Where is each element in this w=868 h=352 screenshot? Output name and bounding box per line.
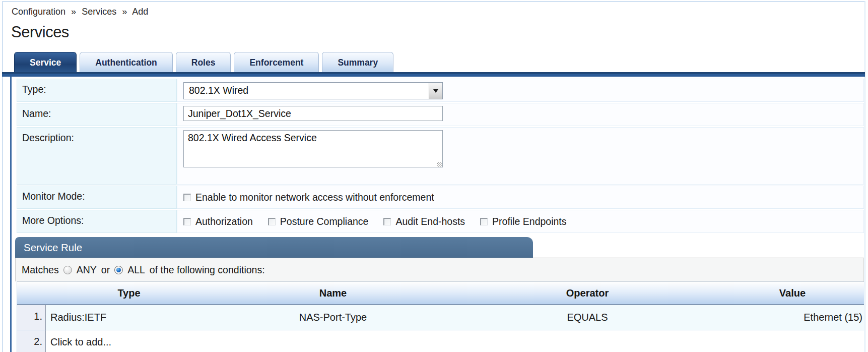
authorization-checkbox[interactable]	[183, 218, 191, 225]
service-rule-section-header: Service Rule	[15, 237, 533, 258]
breadcrumb-separator: »	[122, 7, 127, 17]
condition-name-cell[interactable]: NAS-Port-Type	[212, 312, 454, 323]
header-name: Name	[212, 287, 454, 299]
breadcrumb-configuration[interactable]: Configuration	[12, 7, 65, 17]
tab-bottom-bar	[2, 72, 865, 77]
condition-type-cell[interactable]: Radius:IETF	[46, 312, 212, 323]
conditions-table: Type Name Operator Value 1. Radius:IETF …	[17, 281, 864, 352]
textarea-resize-grip[interactable]	[437, 162, 442, 167]
condition-operator-cell[interactable]: EQUALS	[454, 312, 721, 323]
matches-suffix: of the following conditions:	[150, 264, 265, 276]
description-textarea[interactable]: 802.1X Wired Access Service	[183, 130, 443, 167]
tab-roles[interactable]: Roles	[176, 52, 231, 72]
form-row-description: Description: 802.1X Wired Access Service	[17, 127, 864, 185]
authorization-checkbox-label: Authorization	[195, 216, 253, 227]
service-rule-matches-row: Matches ANY or ALL of the following cond…	[15, 258, 864, 281]
tab-service[interactable]: Service	[14, 52, 77, 72]
posture-compliance-checkbox[interactable]	[268, 218, 276, 225]
form-row-name: Name:	[17, 103, 864, 126]
breadcrumb: Configuration » Services » Add	[12, 7, 151, 17]
matches-all-label: ALL	[127, 264, 145, 276]
breadcrumb-add: Add	[132, 7, 148, 17]
condition-value-cell[interactable]: Ethernet (15)	[721, 312, 864, 323]
description-label: Description:	[17, 127, 177, 185]
profile-endpoints-checkbox[interactable]	[480, 218, 488, 225]
more-options-label: More Options:	[17, 210, 177, 233]
form-row-more-options: More Options: Authorization Posture Comp…	[17, 210, 864, 233]
matches-middle: or	[101, 264, 110, 276]
matches-prefix: Matches	[22, 264, 59, 276]
matches-all-radio[interactable]	[114, 266, 123, 274]
profile-endpoints-checkbox-label: Profile Endpoints	[492, 216, 566, 227]
service-form: Type: 802.1X Wired Name: Description: 80…	[17, 79, 864, 234]
breadcrumb-separator: »	[71, 7, 76, 17]
page-frame-top	[2, 1, 865, 2]
audit-end-hosts-checkbox-label: Audit End-hosts	[395, 216, 465, 227]
breadcrumb-services[interactable]: Services	[82, 7, 116, 17]
header-value: Value	[721, 287, 864, 299]
row-number: 1.	[17, 305, 46, 330]
tab-bar: Service Authentication Roles Enforcement…	[14, 52, 393, 72]
type-label: Type:	[17, 79, 177, 102]
posture-compliance-checkbox-label: Posture Compliance	[280, 216, 369, 227]
page-title: Services	[11, 23, 69, 41]
conditions-table-header: Type Name Operator Value	[17, 281, 864, 305]
chevron-down-icon	[433, 89, 438, 93]
page-frame-left	[2, 1, 3, 352]
form-row-type: Type: 802.1X Wired	[17, 79, 864, 102]
tab-enforcement[interactable]: Enforcement	[234, 52, 319, 72]
click-to-add-cell[interactable]: Click to add...	[46, 336, 212, 348]
name-label: Name:	[17, 103, 177, 126]
condition-row-add[interactable]: 2. Click to add...	[17, 330, 864, 352]
header-type: Type	[46, 287, 212, 299]
monitor-mode-checkbox-label: Enable to monitor network access without…	[195, 192, 434, 203]
type-select-dropdown-button[interactable]	[429, 83, 442, 99]
matches-any-label: ANY	[77, 264, 97, 276]
condition-row-1[interactable]: 1. Radius:IETF NAS-Port-Type EQUALS Ethe…	[17, 305, 864, 330]
tab-summary[interactable]: Summary	[322, 52, 393, 72]
name-input[interactable]	[183, 106, 443, 121]
monitor-mode-checkbox[interactable]	[183, 194, 191, 201]
tab-authentication[interactable]: Authentication	[80, 52, 173, 72]
row-number: 2.	[17, 330, 46, 352]
form-row-monitor-mode: Monitor Mode: Enable to monitor network …	[17, 186, 864, 209]
monitor-mode-label: Monitor Mode:	[17, 186, 177, 209]
type-select[interactable]: 802.1X Wired	[183, 82, 443, 99]
audit-end-hosts-checkbox[interactable]	[383, 218, 391, 225]
matches-any-radio[interactable]	[63, 266, 72, 274]
type-select-value: 802.1X Wired	[184, 83, 429, 99]
content-left-rail	[10, 73, 12, 352]
page-frame-right	[864, 1, 865, 352]
header-operator: Operator	[454, 287, 721, 299]
